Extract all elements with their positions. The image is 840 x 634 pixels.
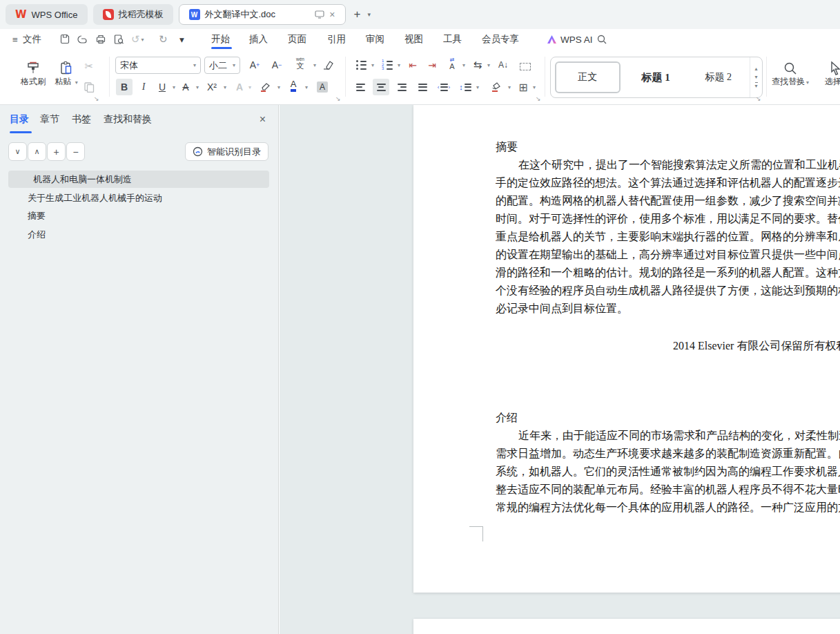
font-size-select[interactable]: 小二▾ bbox=[204, 57, 240, 74]
export-icon[interactable] bbox=[77, 29, 88, 50]
justify-icon[interactable] bbox=[414, 79, 431, 95]
search-icon[interactable] bbox=[596, 29, 607, 50]
tab-document[interactable]: W 外文翻译中文.doc × bbox=[179, 4, 346, 25]
line-spacing-chevron-icon[interactable]: ▾ bbox=[476, 84, 479, 90]
bullet-chevron-icon[interactable]: ▾ bbox=[371, 62, 374, 68]
paste-button[interactable]: 粘贴 ▾ bbox=[51, 55, 81, 88]
sort-icon[interactable]: A↓ bbox=[494, 57, 512, 73]
pinyin-guide-icon[interactable]: wén 文 bbox=[290, 55, 311, 72]
paste-chevron-icon[interactable]: ▾ bbox=[75, 79, 78, 86]
pinyin-chevron-icon[interactable]: ▾ bbox=[313, 62, 316, 68]
tab-docer-templates[interactable]: 找稻壳模板 bbox=[93, 4, 173, 25]
borders-chevron-icon[interactable]: ▾ bbox=[533, 84, 536, 90]
zoom-in-outline-icon[interactable]: + bbox=[47, 142, 66, 161]
text-effects-icon[interactable]: A bbox=[232, 79, 247, 95]
superscript-chevron-icon[interactable]: ▾ bbox=[224, 84, 226, 90]
close-tab-icon[interactable]: × bbox=[329, 9, 335, 20]
menu-reference[interactable]: 引用 bbox=[327, 29, 346, 50]
outline-item[interactable]: 机器人和电脑一体机制造 bbox=[8, 171, 269, 188]
increase-indent-icon[interactable]: ⇥ bbox=[424, 57, 440, 73]
format-painter-button[interactable]: 格式刷 bbox=[18, 55, 48, 88]
menu-member[interactable]: 会员专享 bbox=[482, 29, 519, 50]
monitor-icon[interactable] bbox=[315, 10, 324, 19]
style-normal[interactable]: 正文 bbox=[555, 61, 621, 93]
highlight-chevron-icon[interactable]: ▾ bbox=[277, 84, 280, 90]
cut-icon[interactable]: ✂ bbox=[80, 58, 98, 75]
font-name-select[interactable]: 宋体▾ bbox=[115, 57, 201, 74]
save-icon[interactable] bbox=[59, 29, 70, 50]
strikethrough-button[interactable]: A bbox=[178, 79, 193, 95]
numbered-chevron-icon[interactable]: ▾ bbox=[398, 62, 400, 68]
undo-icon[interactable]: ↺▾ bbox=[131, 29, 144, 50]
text-effects-chevron-icon[interactable]: ▾ bbox=[248, 84, 251, 90]
menu-tools[interactable]: 工具 bbox=[443, 29, 462, 50]
zoom-out-outline-icon[interactable]: − bbox=[66, 142, 85, 161]
char-shading-button[interactable]: A bbox=[313, 79, 331, 95]
document-canvas[interactable]: 摘要 在这个研究中，提出了一个智能搜索算法定义所需的位置和工业机器人机械 手的定… bbox=[280, 105, 840, 634]
menu-view[interactable]: 视图 bbox=[404, 29, 423, 50]
bullet-list-icon[interactable] bbox=[352, 57, 370, 73]
numbered-list-icon[interactable]: 123 bbox=[378, 57, 396, 73]
collapse-icon[interactable]: ∨ bbox=[8, 142, 27, 161]
find-replace-button[interactable]: 查找替换▾ bbox=[770, 55, 810, 88]
italic-button[interactable]: I bbox=[137, 79, 150, 95]
cjk-layout-chevron-icon[interactable]: ▾ bbox=[487, 62, 490, 68]
paragraph-group-expand-icon[interactable]: ↘ bbox=[536, 95, 541, 102]
grid-paper-icon[interactable] bbox=[516, 58, 534, 75]
file-menu[interactable]: ≡ 文件 bbox=[12, 29, 41, 50]
clear-format-icon[interactable] bbox=[319, 57, 337, 73]
shading-chevron-icon[interactable]: ▾ bbox=[508, 84, 511, 90]
tab-list-chevron-icon[interactable]: ▾ bbox=[367, 11, 371, 18]
highlight-color-icon[interactable] bbox=[257, 79, 275, 95]
font-color-chevron-icon[interactable]: ▾ bbox=[305, 84, 308, 90]
clipboard-group-expand-icon[interactable]: ↘ bbox=[94, 95, 99, 102]
style-heading2[interactable]: 标题 2 bbox=[687, 71, 750, 84]
style-heading1[interactable]: 标题 1 bbox=[625, 71, 687, 84]
redo-icon[interactable]: ↻ bbox=[159, 29, 168, 50]
menu-review[interactable]: 审阅 bbox=[366, 29, 384, 50]
menu-page[interactable]: 页面 bbox=[288, 29, 306, 50]
line-spacing-icon[interactable]: ↕ bbox=[456, 79, 475, 95]
decrease-indent-icon[interactable]: ⇤ bbox=[404, 57, 421, 73]
sidebar-tab-find-replace[interactable]: 查找和替换 bbox=[104, 113, 152, 126]
underline-button[interactable]: U bbox=[155, 79, 170, 95]
bold-button[interactable]: B bbox=[116, 79, 133, 95]
undo-chevron-icon[interactable]: ▾ bbox=[141, 37, 144, 43]
styles-group-expand-icon[interactable]: ↘ bbox=[756, 95, 761, 102]
document-page-1[interactable]: 摘要 在这个研究中，提出了一个智能搜索算法定义所需的位置和工业机器人机械 手的定… bbox=[413, 105, 840, 593]
expand-icon[interactable]: ∧ bbox=[28, 142, 46, 161]
copy-icon[interactable] bbox=[80, 79, 98, 95]
underline-chevron-icon[interactable]: ▾ bbox=[173, 84, 175, 90]
select-button[interactable]: 选择▾ bbox=[819, 55, 840, 88]
sidebar-tab-bookmarks[interactable]: 书签 bbox=[72, 113, 91, 126]
character-scale-icon[interactable]: ⇄A bbox=[443, 55, 461, 72]
shading-icon[interactable] bbox=[487, 79, 505, 95]
strikethrough-chevron-icon[interactable]: ▾ bbox=[196, 84, 199, 90]
outline-item[interactable]: 摘要 bbox=[8, 207, 269, 224]
print-icon[interactable] bbox=[95, 29, 106, 50]
align-left-icon[interactable] bbox=[352, 79, 369, 95]
styles-scroll-arrows[interactable]: ▴ ▾ ▾ bbox=[750, 57, 762, 97]
quickbar-chevron-icon[interactable]: ▾ bbox=[179, 29, 184, 50]
new-tab-button[interactable]: + bbox=[354, 8, 361, 21]
font-color-button[interactable]: A bbox=[284, 77, 302, 94]
tab-wps-home[interactable]: W WPS Office bbox=[6, 4, 88, 25]
superscript-button[interactable]: X² bbox=[203, 79, 221, 95]
borders-icon[interactable]: ⊞ bbox=[515, 79, 531, 95]
styles-more-icon[interactable]: ▾ bbox=[755, 82, 758, 89]
align-center-icon[interactable] bbox=[373, 79, 389, 95]
wps-ai-button[interactable]: WPS AI bbox=[547, 29, 593, 50]
sidebar-tab-chapters[interactable]: 章节 bbox=[40, 113, 59, 126]
align-right-icon[interactable] bbox=[393, 79, 410, 95]
sidebar-tab-outline[interactable]: 目录 bbox=[10, 113, 29, 126]
styles-down-icon[interactable]: ▾ bbox=[755, 74, 758, 80]
font-group-expand-icon[interactable]: ↘ bbox=[335, 95, 341, 102]
distribute-icon[interactable]: ‹ › bbox=[435, 79, 453, 95]
increase-font-icon[interactable]: A+ bbox=[246, 57, 264, 73]
print-preview-icon[interactable] bbox=[113, 29, 124, 50]
menu-insert[interactable]: 插入 bbox=[249, 29, 268, 50]
outline-item[interactable]: 关于生成工业机器人机械手的运动 bbox=[8, 189, 269, 206]
decrease-font-icon[interactable]: A− bbox=[268, 57, 286, 73]
sidebar-close-icon[interactable]: × bbox=[260, 113, 266, 126]
find-replace-chevron-icon[interactable]: ▾ bbox=[806, 79, 809, 86]
